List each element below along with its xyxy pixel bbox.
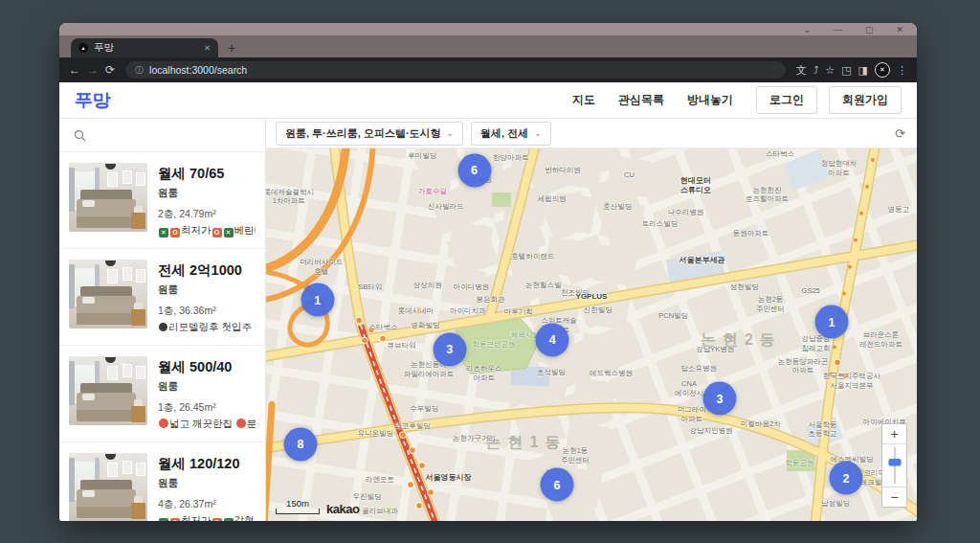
site-info-icon[interactable]: ⓘ	[135, 64, 144, 77]
nav-favorites[interactable]: 관심목록	[618, 92, 664, 108]
menu-icon[interactable]: ⋮	[897, 64, 907, 77]
green-x-icon: ✕	[224, 518, 234, 521]
red-dot-icon	[159, 419, 168, 428]
chevron-down-icon: ⌄	[447, 128, 455, 138]
green-x-icon: ✕	[159, 518, 168, 521]
nav-post-room[interactable]: 방내놓기	[687, 92, 733, 108]
signup-button[interactable]: 회원가입	[829, 86, 902, 114]
zoom-slider[interactable]	[882, 443, 906, 487]
login-button[interactable]: 로그인	[756, 86, 817, 114]
price-type-filter[interactable]: 월세, 전세 ⌄	[471, 122, 551, 146]
orange-o-icon: O	[212, 228, 222, 238]
dark-dot-icon	[159, 323, 167, 331]
listing-spec: 4층, 26.37m²	[158, 498, 256, 511]
translate-icon[interactable]: 文	[796, 63, 807, 78]
refresh-icon[interactable]: ⟳	[895, 126, 907, 141]
cluster-marker[interactable]: 1	[301, 283, 334, 317]
red-dot-icon	[236, 419, 246, 428]
favorite-heart-icon[interactable]: ♡	[128, 165, 140, 179]
listing-tags: 리모델링후 첫입주 깔끔한 원…	[158, 321, 256, 334]
green-x-icon: ✕	[224, 228, 234, 238]
page: 푸망 지도관심목록방내놓기로그인회원가입 ♡ 월세 70/65 원룸	[59, 82, 917, 521]
cluster-marker[interactable]: 6	[540, 468, 573, 502]
favorite-heart-icon[interactable]: ♡	[128, 358, 140, 373]
listing-spec: 1층, 26.45m²	[158, 401, 256, 415]
search-icon	[74, 129, 86, 142]
orange-o-icon: O	[170, 518, 180, 521]
cluster-marker[interactable]: 3	[702, 382, 736, 416]
nav-map[interactable]: 지도	[572, 92, 595, 108]
tab-title: 푸망	[94, 41, 198, 55]
scale-label: 150m	[276, 498, 320, 509]
cluster-marker[interactable]: 6	[457, 153, 491, 187]
profile-avatar[interactable]: ✕	[875, 62, 890, 78]
extensions-icon[interactable]: ◳	[841, 64, 851, 77]
filter-bar: 원룸, 투·쓰리룸, 오피스텔·도시형 ⌄ 월세, 전세 ⌄ ⟳	[266, 119, 917, 148]
map-zoom-control: + −	[881, 423, 907, 508]
site-logo[interactable]: 푸망	[75, 88, 110, 113]
green-x-icon: ✕	[159, 228, 168, 238]
site-favicon: ▲	[78, 43, 88, 53]
scale-bar	[276, 509, 320, 514]
listing-price: 월세 70/65	[158, 165, 256, 183]
listing-type: 원룸	[158, 380, 256, 394]
bookmark-icon[interactable]: ☆	[825, 64, 835, 77]
listing-sidebar: ♡ 월세 70/65 원룸 2층, 24.79m² ✕O최저가O✕베란다 있는 …	[59, 119, 266, 521]
search-row	[59, 119, 265, 152]
listing-card[interactable]: ♡ 월세 120/120 원룸 4층, 26.37m² ✕O최저가O✕갈현동 신…	[59, 442, 265, 521]
window-titlebar[interactable]: ⌄—▢✕	[59, 23, 917, 35]
window-restore-chevron-icon[interactable]: ⌄	[803, 25, 811, 34]
header-nav: 지도관심목록방내놓기로그인회원가입	[572, 86, 902, 114]
forward-icon[interactable]: →	[87, 63, 99, 77]
listing-card[interactable]: ♡ 전세 2억1000 원룸 1층, 36.36m² 리모델링후 첫입주 깔끔한…	[59, 249, 265, 346]
browser-tab[interactable]: ▲ 푸망 ✕	[71, 38, 218, 57]
cluster-marker[interactable]: 2	[829, 462, 862, 495]
listing-price: 월세 500/40	[158, 358, 256, 376]
listing-type: 원룸	[158, 477, 256, 490]
chevron-down-icon: ⌄	[534, 128, 542, 138]
map-canvas[interactable]: 논현2동논현1동 루미빌딩한양아파트반하다의원스타벅스청담현대차 아파트포도빌딩…	[266, 148, 917, 521]
listing-spec: 2층, 24.79m²	[158, 208, 256, 221]
kakao-logo: kakao	[326, 505, 359, 514]
listing-price: 월세 120/120	[158, 455, 256, 473]
zoom-in-button[interactable]: +	[882, 424, 906, 443]
cluster-marker[interactable]: 3	[433, 332, 466, 366]
orange-o-icon: O	[170, 228, 180, 238]
new-tab-button[interactable]: +	[228, 38, 235, 57]
zoom-slider-track	[894, 447, 896, 484]
map-scale: 150m kakao	[276, 498, 359, 514]
listing-type: 원룸	[158, 187, 256, 200]
listing-spec: 1층, 36.36m²	[158, 305, 256, 318]
cluster-marker[interactable]: 1	[814, 305, 848, 339]
browser-toolbar: ←→⟳ ⓘ localhost:3000/search 文⤴☆◳◨ ✕ ⋮	[59, 57, 917, 82]
browser-window: ⌄—▢✕ ▲ 푸망 ✕ + ←→⟳ ⓘ localhost:3000/searc…	[59, 23, 917, 521]
listing-tags: ✕O최저가O✕갈현동 신축 …	[158, 514, 256, 521]
listing-list: ♡ 월세 70/65 원룸 2층, 24.79m² ✕O최저가O✕베란다 있는 …	[59, 152, 265, 521]
side-panel-icon[interactable]: ◨	[858, 64, 868, 77]
window-minimize-icon[interactable]: —	[834, 25, 842, 34]
listing-card[interactable]: ♡ 월세 500/40 원룸 1층, 26.45m² 넓고 깨끗한집 분리형	[59, 346, 265, 442]
listing-type: 원룸	[158, 283, 256, 297]
share-icon[interactable]: ⤴	[813, 64, 819, 76]
listing-card[interactable]: ♡ 월세 70/65 원룸 2층, 24.79m² ✕O최저가O✕베란다 있는 …	[59, 152, 265, 249]
favorite-heart-icon[interactable]: ♡	[128, 455, 140, 469]
zoom-out-button[interactable]: −	[882, 487, 906, 507]
room-type-filter[interactable]: 원룸, 투·쓰리룸, 오피스텔·도시형 ⌄	[276, 122, 463, 146]
cluster-marker[interactable]: 4	[536, 323, 569, 356]
window-close-icon[interactable]: ✕	[896, 25, 903, 34]
cluster-marker[interactable]: 8	[284, 427, 318, 461]
window-maximize-icon[interactable]: ▢	[865, 25, 874, 34]
orange-o-icon: O	[212, 518, 222, 521]
listing-tags: 넓고 깨끗한집 분리형	[158, 418, 256, 431]
url-text: localhost:3000/search	[149, 64, 247, 76]
back-icon[interactable]: ←	[69, 63, 80, 77]
listing-price: 전세 2억1000	[158, 261, 256, 280]
tab-close-icon[interactable]: ✕	[204, 43, 211, 53]
zoom-slider-handle[interactable]	[888, 459, 901, 465]
search-input[interactable]	[94, 127, 251, 143]
address-bar[interactable]: ⓘ localhost:3000/search	[125, 61, 786, 79]
listing-tags: ✕O최저가O✕베란다 있는 …	[158, 224, 256, 238]
cluster-marker-layer: 613413862	[266, 148, 917, 521]
reload-icon[interactable]: ⟳	[105, 63, 115, 77]
favorite-heart-icon[interactable]: ♡	[128, 261, 140, 276]
